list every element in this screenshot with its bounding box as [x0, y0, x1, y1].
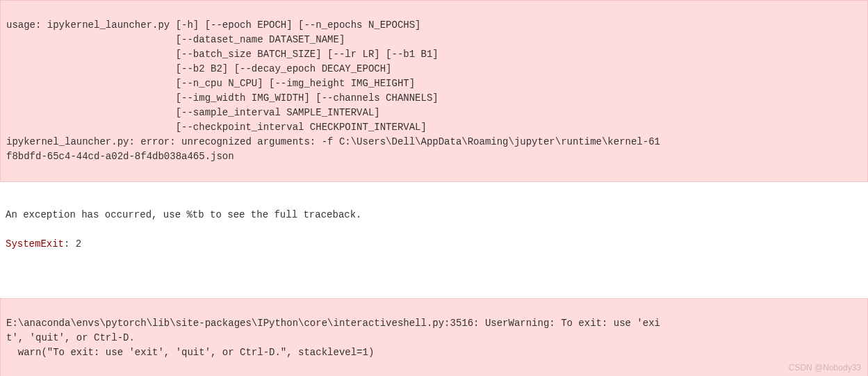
warning-line-3: warn("To exit: use 'exit', 'quit', or Ct… — [6, 347, 374, 358]
error-line-2: f8bdfd-65c4-44cd-a02d-8f4db038a465.json — [6, 151, 234, 162]
user-warning-output: E:\anaconda\envs\pytorch\lib\site-packag… — [0, 298, 868, 376]
usage-line-2: [--dataset_name DATASET_NAME] — [6, 34, 345, 45]
usage-text: usage: ipykernel_launcher.py [-h] [--epo… — [6, 18, 862, 164]
usage-line-8: [--checkpoint_interval CHECKPOINT_INTERV… — [6, 122, 427, 133]
warning-text: E:\anaconda\envs\pytorch\lib\site-packag… — [6, 316, 862, 360]
usage-line-7: [--sample_interval SAMPLE_INTERVAL] — [6, 107, 380, 118]
usage-line-4: [--b2 B2] [--decay_epoch DECAY_EPOCH] — [6, 63, 392, 74]
argparse-error-output: usage: ipykernel_launcher.py [-h] [--epo… — [0, 0, 868, 182]
usage-line-6: [--img_width IMG_WIDTH] [--channels CHAN… — [6, 92, 439, 104]
usage-line-5: [--n_cpu N_CPU] [--img_height IMG_HEIGHT… — [6, 78, 415, 89]
warning-line-1: E:\anaconda\envs\pytorch\lib\site-packag… — [6, 318, 660, 329]
system-exit-code: 2 — [76, 238, 81, 250]
error-line-1: ipykernel_launcher.py: error: unrecogniz… — [6, 136, 660, 147]
traceback-output: An exception has occurred, use %tb to se… — [0, 190, 868, 269]
exception-message: An exception has occurred, use %tb to se… — [6, 209, 361, 220]
usage-line-3: [--batch_size BATCH_SIZE] [--lr LR] [--b… — [6, 49, 439, 60]
traceback-text: An exception has occurred, use %tb to se… — [6, 208, 862, 252]
system-exit-label: SystemExit — [6, 238, 64, 250]
warning-line-2: t', 'quit', or Ctrl-D. — [6, 332, 135, 343]
system-exit-colon: : — [64, 238, 76, 250]
usage-line-1: usage: ipykernel_launcher.py [-h] [--epo… — [6, 19, 421, 31]
